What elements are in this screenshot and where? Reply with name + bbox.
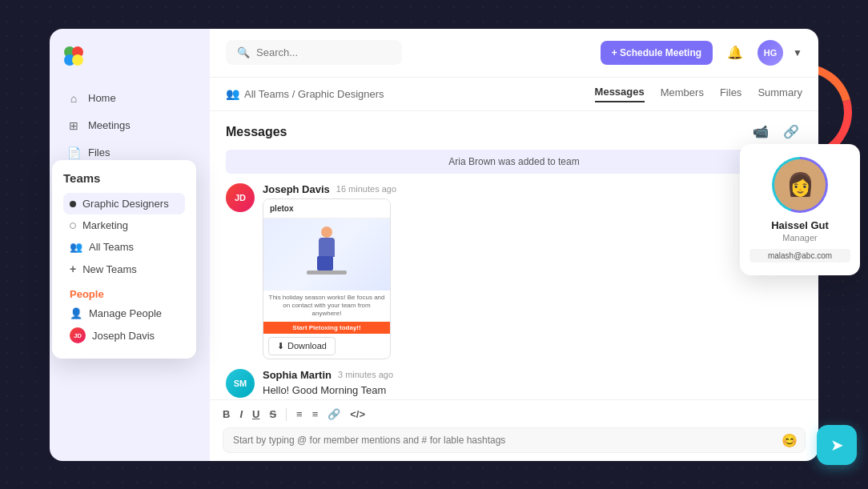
- inactive-dot: [70, 222, 76, 229]
- unordered-list-button[interactable]: ≡: [312, 408, 319, 420]
- pletox-logo: pletox: [270, 204, 293, 213]
- all-teams-icon: 👥: [70, 241, 82, 253]
- add-icon: +: [70, 263, 76, 275]
- search-input[interactable]: [256, 46, 391, 58]
- messages-header: Messages 📹 🔗: [210, 111, 818, 150]
- message-image-container: pletox This holiday season works! Be foc…: [263, 198, 391, 359]
- toolbar-divider: [286, 408, 287, 421]
- messages-list: JD Joseph Davis 16 minutes ago pletox: [210, 174, 818, 399]
- message-time: 16 minutes ago: [336, 184, 396, 194]
- team-icon: 👥: [226, 87, 239, 100]
- profile-name: Haissel Gut: [749, 219, 850, 231]
- people-joseph-davis[interactable]: JD Joseph Davis: [63, 323, 185, 347]
- joseph-davis-avatar: JD: [70, 327, 86, 343]
- compose-wrapper: 😊: [223, 427, 806, 453]
- search-box[interactable]: 🔍: [226, 40, 402, 65]
- tab-members[interactable]: Members: [661, 86, 704, 102]
- send-button[interactable]: ➤: [817, 425, 857, 465]
- tab-summary[interactable]: Summary: [757, 86, 802, 102]
- underline-button[interactable]: U: [252, 408, 259, 420]
- pletox-illustration: [263, 218, 390, 291]
- active-dot: [70, 201, 76, 207]
- nav-home[interactable]: ⌂ Home: [59, 86, 200, 110]
- strikethrough-button[interactable]: S: [269, 408, 276, 420]
- tab-bar: Messages Members Files Summary: [595, 86, 802, 102]
- tab-messages[interactable]: Messages: [595, 86, 645, 102]
- messages-title: Messages: [226, 125, 287, 139]
- ordered-list-button[interactable]: ≡: [296, 408, 303, 420]
- attachment-icon[interactable]: 🔗: [780, 121, 802, 143]
- dropdown-arrow-icon[interactable]: ▼: [793, 47, 802, 58]
- svg-point-3: [72, 54, 83, 66]
- notification-bell-icon[interactable]: 🔔: [722, 40, 748, 66]
- message-text: Hello! Good Morning Team: [263, 384, 802, 396]
- sender-name: Sophia Martin: [263, 369, 332, 381]
- team-item-new-teams[interactable]: + New Teams: [63, 258, 185, 280]
- profile-email: malash@abc.com: [749, 249, 850, 263]
- search-icon: 🔍: [237, 46, 250, 58]
- message-time: 3 minutes ago: [338, 370, 393, 379]
- teams-popup-title: Teams: [63, 171, 185, 185]
- message-header: Sophia Martin 3 minutes ago: [263, 369, 802, 381]
- message-item: SM Sophia Martin 3 minutes ago Hello! Go…: [226, 369, 802, 398]
- system-message: Aria Brown was added to team: [226, 150, 802, 174]
- emoji-button[interactable]: 😊: [782, 432, 798, 447]
- desk: [307, 271, 347, 275]
- team-item-marketing[interactable]: Marketing: [63, 214, 185, 236]
- sender-avatar-sm: SM: [226, 369, 255, 398]
- video-call-icon[interactable]: 📹: [749, 121, 772, 143]
- italic-button[interactable]: I: [239, 408, 243, 420]
- top-bar: 🔍 + Schedule Meeting 🔔 HG ▼: [210, 29, 818, 78]
- breadcrumb-bar: 👥 All Teams / Graphic Designers Messages…: [210, 78, 818, 111]
- profile-card: 👩 Haissel Gut Manager malash@abc.com: [740, 144, 860, 275]
- profile-avatar: 👩: [774, 159, 826, 210]
- sender-name: Joseph Davis: [263, 183, 330, 195]
- team-item-graphic-designers[interactable]: Graphic Designers: [63, 193, 185, 214]
- grid-icon: ⊞: [67, 119, 80, 132]
- home-icon: ⌂: [67, 92, 80, 105]
- breadcrumb: 👥 All Teams / Graphic Designers: [226, 87, 384, 100]
- download-button[interactable]: ⬇ Download: [268, 337, 336, 355]
- message-header: Joseph Davis 16 minutes ago: [263, 183, 802, 195]
- app-logo: [59, 42, 88, 70]
- main-content: 🔍 + Schedule Meeting 🔔 HG ▼ 👥 All Teams …: [210, 29, 818, 461]
- link-button[interactable]: 🔗: [328, 408, 340, 420]
- compose-input[interactable]: [223, 427, 806, 453]
- people-section-label: People: [63, 280, 185, 303]
- profile-role: Manager: [749, 233, 850, 242]
- message-content: Joseph Davis 16 minutes ago pletox: [263, 183, 802, 359]
- file-icon: 📄: [67, 146, 80, 159]
- nav-meetings[interactable]: ⊞ Meetings: [59, 114, 200, 138]
- team-item-all-teams[interactable]: 👥 All Teams: [63, 236, 185, 258]
- teams-popup-card: Teams Graphic Designers Marketing 👥 All …: [52, 160, 196, 359]
- schedule-meeting-button[interactable]: + Schedule Meeting: [601, 41, 713, 65]
- profile-face-icon: 👩: [786, 174, 814, 196]
- computer-screen: [317, 256, 333, 271]
- formatting-toolbar: B I U S ≡ ≡ 🔗 </>: [223, 408, 806, 421]
- pletox-header: pletox: [263, 199, 390, 218]
- download-icon: ⬇: [277, 341, 284, 351]
- bold-button[interactable]: B: [223, 408, 230, 420]
- sender-avatar-jd: JD: [226, 183, 255, 212]
- manage-people-icon: 👤: [70, 307, 82, 319]
- user-avatar[interactable]: HG: [757, 40, 783, 66]
- people-manage[interactable]: 👤 Manage People: [63, 303, 185, 323]
- code-button[interactable]: </>: [350, 408, 365, 420]
- header-action-icons: 📹 🔗: [749, 121, 802, 143]
- message-content: Sophia Martin 3 minutes ago Hello! Good …: [263, 369, 802, 398]
- top-actions: + Schedule Meeting 🔔 HG ▼: [601, 40, 802, 66]
- pletox-cta: Start Pletoxing today!!: [263, 322, 390, 334]
- person-body: [319, 238, 335, 257]
- person-illustration: [303, 226, 351, 283]
- profile-avatar-ring: 👩: [772, 157, 828, 213]
- pletox-text: This holiday season works! Be focus and …: [263, 291, 390, 322]
- download-row: ⬇ Download: [263, 334, 390, 359]
- compose-area: B I U S ≡ ≡ 🔗 </> 😊: [210, 399, 818, 461]
- send-icon: ➤: [830, 435, 844, 455]
- person-head: [321, 226, 332, 238]
- message-item: JD Joseph Davis 16 minutes ago pletox: [226, 183, 802, 359]
- tab-files[interactable]: Files: [720, 86, 741, 102]
